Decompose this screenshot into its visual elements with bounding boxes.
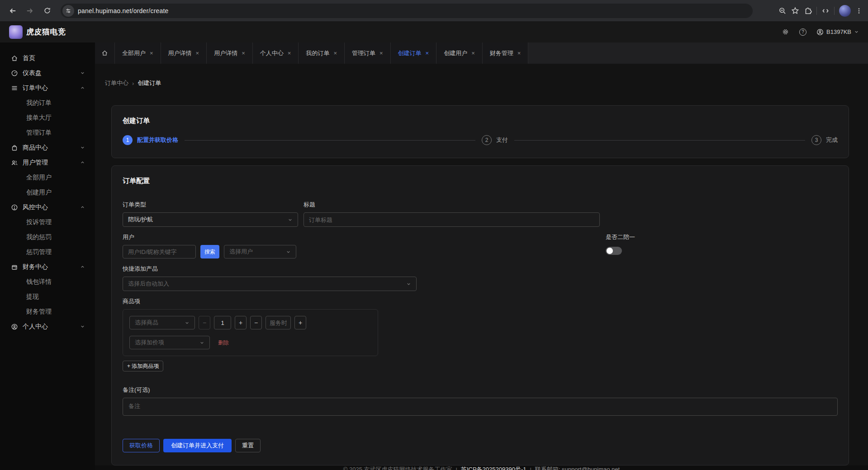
footer-icp-link[interactable]: 苏ICP备2025209390号-1	[461, 465, 526, 470]
sidebar-item-order-hall[interactable]: 接单大厅	[0, 110, 95, 125]
devtools-code-icon[interactable]	[821, 7, 830, 15]
browser-back-button[interactable]	[5, 4, 20, 18]
sidebar-item-label: 钱包详情	[26, 278, 52, 286]
chevron-down-icon	[80, 70, 85, 75]
sidebar-group-order-center[interactable]: 订单中心	[0, 80, 95, 95]
tab-create-user[interactable]: 创建用户×	[436, 42, 483, 64]
step-label: 完成	[826, 136, 838, 144]
product-select[interactable]: 选择商品	[129, 316, 195, 329]
tab-close-icon[interactable]: ×	[150, 50, 153, 56]
settings-gear-icon[interactable]	[782, 28, 789, 36]
sidebar: 首页 仪表盘 订单中心 我的订单 接单大厅 管理订单 商品中心 用户管理 全部用…	[0, 42, 95, 470]
sidebar-item-complaints[interactable]: 投诉管理	[0, 215, 95, 230]
sidebar-item-my-orders[interactable]: 我的订单	[0, 95, 95, 110]
tab-manage-orders[interactable]: 管理订单×	[345, 42, 391, 64]
order-list-icon	[11, 85, 18, 92]
sidebar-item-manage-orders[interactable]: 管理订单	[0, 125, 95, 140]
user-select[interactable]: 选择用户	[224, 245, 296, 258]
tab-close-icon[interactable]: ×	[196, 50, 199, 56]
user-id: B1397KB	[826, 28, 851, 35]
tab-close-icon[interactable]: ×	[242, 50, 245, 56]
search-button[interactable]: 搜索	[200, 245, 219, 258]
sidebar-item-label: 仪表盘	[23, 69, 42, 77]
chevron-down-icon	[199, 340, 204, 345]
create-order-steps-card: 创建订单 1 配置并获取价格 2 支付 3 完成	[111, 105, 849, 158]
sidebar-item-finance-management[interactable]: 财务管理	[0, 304, 95, 319]
sidebar-item-label: 商品中心	[23, 144, 48, 152]
escort-toggle-label: 是否二陪一	[606, 233, 635, 241]
tab-user-detail-1[interactable]: 用户详情×	[161, 42, 207, 64]
sidebar-group-user-management[interactable]: 用户管理	[0, 155, 95, 170]
sidebar-group-risk-center[interactable]: 风控中心	[0, 200, 95, 215]
zoom-out-icon[interactable]	[778, 7, 787, 15]
quick-add-select[interactable]: 选择后自动加入	[123, 277, 417, 291]
help-icon[interactable]: ?	[799, 28, 806, 36]
bookmark-star-icon[interactable]	[791, 7, 799, 15]
browser-forward-button[interactable]	[23, 4, 37, 18]
addon-select[interactable]: 选择加价项	[129, 336, 210, 349]
step-divider	[185, 140, 475, 141]
user-menu[interactable]: B1397KB	[816, 28, 859, 36]
site-info-button[interactable]	[62, 5, 74, 17]
breadcrumb: 订单中心 › 创建订单	[105, 79, 849, 87]
tab-label: 个人中心	[260, 49, 284, 57]
tab-create-order[interactable]: 创建订单×	[391, 42, 437, 64]
tab-close-icon[interactable]: ×	[379, 50, 383, 56]
get-price-button[interactable]: 获取价格	[123, 439, 160, 452]
order-title-input[interactable]	[304, 212, 600, 227]
create-and-pay-button[interactable]: 创建订单并进入支付	[163, 439, 232, 452]
qty-decrease-button[interactable]: −	[199, 316, 210, 329]
sidebar-group-personal-center[interactable]: 个人中心	[0, 319, 95, 334]
tab-my-orders[interactable]: 我的订单×	[299, 42, 345, 64]
qty-input[interactable]	[214, 316, 231, 329]
tab-close-icon[interactable]: ×	[426, 50, 429, 56]
tab-label: 用户详情	[168, 49, 192, 57]
sidebar-item-penalty-management[interactable]: 惩罚管理	[0, 244, 95, 259]
tab-personal-center[interactable]: 个人中心×	[253, 42, 299, 64]
tab-finance-management[interactable]: 财务管理×	[483, 42, 529, 64]
tab-close-icon[interactable]: ×	[517, 50, 521, 56]
add-item-button[interactable]: + 添加商品项	[123, 361, 163, 371]
delete-item-link[interactable]: 删除	[218, 339, 229, 347]
sidebar-item-dashboard[interactable]: 仪表盘	[0, 66, 95, 80]
sidebar-item-my-penalties[interactable]: 我的惩罚	[0, 230, 95, 244]
card-title: 创建订单	[123, 117, 838, 125]
browser-menu-kebab-icon[interactable]	[855, 7, 863, 14]
sidebar-item-withdraw[interactable]: 提现	[0, 289, 95, 304]
duration-increase-button[interactable]: +	[294, 316, 306, 329]
footer-separator: |	[456, 466, 457, 470]
order-type-select[interactable]: 陪玩/护航	[123, 212, 298, 227]
escort-toggle-switch[interactable]	[606, 247, 622, 255]
browser-profile-avatar[interactable]	[839, 5, 851, 17]
sidebar-group-finance-center[interactable]: 财务中心	[0, 259, 95, 274]
sidebar-item-label: 风控中心	[23, 203, 48, 212]
breadcrumb-root[interactable]: 订单中心	[105, 79, 128, 87]
chevron-down-icon	[286, 249, 291, 254]
extensions-icon[interactable]	[804, 7, 812, 15]
duration-decrease-button[interactable]: −	[250, 316, 262, 329]
sidebar-item-all-users[interactable]: 全部用户	[0, 170, 95, 185]
user-search-input[interactable]	[123, 245, 196, 258]
qty-increase-button[interactable]: +	[235, 316, 247, 329]
dashboard-gauge-icon	[11, 70, 18, 77]
sidebar-item-home[interactable]: 首页	[0, 51, 95, 66]
tab-all-users[interactable]: 全部用户×	[115, 42, 161, 64]
tab-label: 创建用户	[444, 49, 467, 57]
remark-textarea[interactable]	[123, 398, 838, 416]
browser-reload-button[interactable]	[40, 4, 54, 18]
tab-home[interactable]	[95, 42, 115, 64]
sidebar-item-label: 财务中心	[23, 263, 48, 271]
tab-bar: 全部用户× 用户详情× 用户详情× 个人中心× 我的订单× 管理订单× 创建订单…	[95, 42, 868, 64]
sidebar-item-create-user[interactable]: 创建用户	[0, 185, 95, 200]
step-number: 3	[811, 135, 821, 145]
tab-close-icon[interactable]: ×	[288, 50, 291, 56]
reset-button[interactable]: 重置	[235, 439, 261, 452]
sidebar-group-product-center[interactable]: 商品中心	[0, 140, 95, 155]
tab-user-detail-2[interactable]: 用户详情×	[207, 42, 253, 64]
url-bar[interactable]: panel.hupimao.net/order/create	[61, 4, 753, 18]
tab-close-icon[interactable]: ×	[471, 50, 475, 56]
duration-input[interactable]	[266, 316, 291, 329]
chevron-up-icon	[80, 85, 85, 90]
sidebar-item-wallet-details[interactable]: 钱包详情	[0, 274, 95, 289]
tab-close-icon[interactable]: ×	[333, 50, 337, 56]
